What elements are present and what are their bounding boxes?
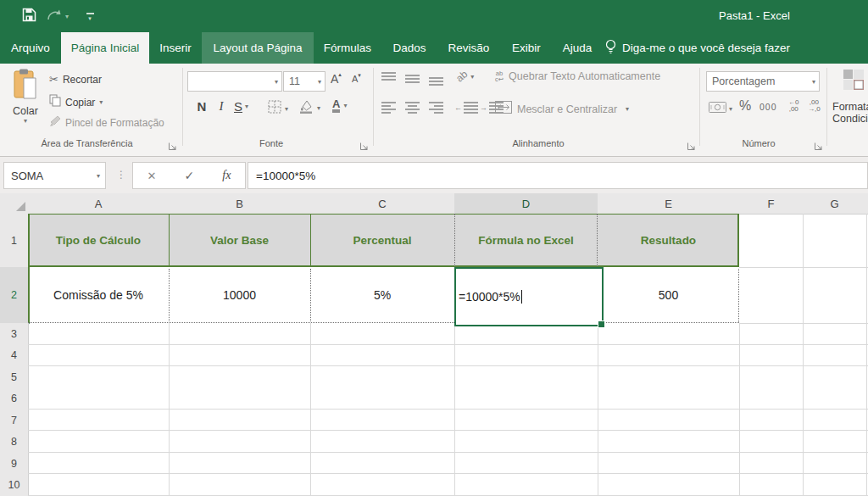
align-right-button[interactable] <box>429 102 443 114</box>
paste-button[interactable]: Colar ▾ <box>5 69 46 137</box>
row-header-1[interactable]: 1 <box>0 214 29 268</box>
redo-button[interactable]: ▾ <box>47 8 68 24</box>
copy-button[interactable]: Copiar ▾ <box>49 94 103 110</box>
shrink-font-icon: A <box>352 74 358 84</box>
cell-e2[interactable]: 500 <box>598 267 739 323</box>
copy-dropdown-icon[interactable]: ▾ <box>99 98 103 106</box>
align-middle-button[interactable] <box>405 75 420 83</box>
row-header-10[interactable]: 10 <box>0 475 29 496</box>
tab-exibir[interactable]: Exibir <box>500 32 553 64</box>
cancel-button[interactable]: ✕ <box>147 170 157 182</box>
active-cell-d2[interactable]: =10000*5% <box>454 267 604 326</box>
font-color-dropdown-icon[interactable]: ▾ <box>343 102 347 109</box>
merge-center-dropdown-icon[interactable]: ▾ <box>626 105 629 113</box>
fill-color-button[interactable]: ▾ <box>298 99 320 117</box>
underline-button[interactable]: S ▾ <box>234 99 248 114</box>
worksheet-grid: A B C D E F G 1 2 3 4 5 6 7 8 9 10 Tipo … <box>0 193 868 496</box>
window-title: Pasta1 - Excel <box>719 9 790 22</box>
align-center-button[interactable] <box>405 102 420 114</box>
underline-dropdown-icon[interactable]: ▾ <box>245 103 248 110</box>
formula-bar-divider-dots[interactable]: ⋮ <box>116 169 126 181</box>
tab-arquivo[interactable]: Arquivo <box>0 32 61 64</box>
wrap-text-button[interactable]: ab c↩ Quebrar Texto Automaticamente <box>495 70 660 82</box>
fill-handle[interactable] <box>598 320 605 328</box>
redo-dropdown-icon[interactable]: ▾ <box>65 13 69 20</box>
tab-layout-da-pagina[interactable]: Layout da Página <box>202 32 314 64</box>
decrease-indent-button[interactable]: ← <box>454 102 478 114</box>
select-all-corner[interactable] <box>0 193 29 215</box>
grow-font-arrow-icon: ▴ <box>338 71 342 78</box>
cell-c1[interactable]: Percentual <box>310 214 454 267</box>
formula-input[interactable]: =10000*5% <box>248 162 868 189</box>
cell-b2[interactable]: 10000 <box>169 267 310 323</box>
accounting-dropdown-icon[interactable]: ▾ <box>729 105 732 113</box>
name-box[interactable]: SOMA ▾ <box>3 162 106 189</box>
row-header-2[interactable]: 2 <box>0 267 30 324</box>
italic-button[interactable]: I <box>214 99 228 114</box>
tellme-box[interactable]: Diga-me o que você deseja fazer <box>605 32 817 64</box>
font-dialog-launcher[interactable] <box>359 139 370 149</box>
paste-dropdown-icon[interactable]: ▾ <box>24 117 27 125</box>
row-header-6[interactable]: 6 <box>0 388 29 411</box>
font-color-button[interactable]: A ▾ <box>332 98 347 113</box>
decrease-decimal-button[interactable]: ,00 →,0 <box>808 99 821 113</box>
borders-button[interactable]: ▾ <box>268 100 288 117</box>
cell-c2[interactable]: 5% <box>310 267 454 323</box>
empty-rows-area[interactable] <box>28 323 868 496</box>
font-size-combo[interactable]: 11 ▾ <box>283 71 326 92</box>
align-bottom-button[interactable] <box>429 77 443 86</box>
orientation-dropdown-icon[interactable]: ▾ <box>470 73 474 81</box>
number-dialog-launcher[interactable] <box>814 139 824 149</box>
column-header-f[interactable]: F <box>739 193 804 215</box>
borders-dropdown-icon[interactable]: ▾ <box>285 105 288 113</box>
shrink-font-button[interactable]: A ▾ <box>352 74 361 84</box>
row-header-5[interactable]: 5 <box>0 366 29 389</box>
percent-style-button[interactable]: % <box>739 98 751 114</box>
name-box-dropdown-icon[interactable]: ▾ <box>97 172 100 180</box>
tab-inserir[interactable]: Inserir <box>149 32 202 64</box>
clipboard-dialog-launcher[interactable] <box>168 139 178 149</box>
tab-pagina-inicial[interactable]: Página Inicial <box>61 32 149 64</box>
format-painter-button[interactable]: Pincel de Formatação <box>49 115 164 131</box>
grow-font-button[interactable]: A ▴ <box>331 72 342 86</box>
qat-customize-button[interactable]: ▾ <box>83 9 97 23</box>
comma-style-button[interactable]: 000 <box>760 102 777 112</box>
align-top-button[interactable] <box>381 72 396 81</box>
orientation-button[interactable]: ab ▾ <box>456 70 474 82</box>
alignment-dialog-launcher[interactable] <box>687 139 697 149</box>
tab-revisao[interactable]: Revisão <box>437 32 500 64</box>
cut-button[interactable]: ✂ Recortar <box>49 73 102 86</box>
font-name-combo[interactable]: ▾ <box>187 71 282 92</box>
column-header-a[interactable]: A <box>28 193 170 215</box>
save-button[interactable] <box>19 7 39 25</box>
tab-ajuda[interactable]: Ajuda <box>553 32 602 64</box>
tab-formulas[interactable]: Fórmulas <box>314 32 381 64</box>
row-header-9[interactable]: 9 <box>0 453 29 476</box>
align-left-button[interactable] <box>381 102 396 114</box>
cell-e1[interactable]: Resultado <box>598 214 739 267</box>
row-header-4[interactable]: 4 <box>0 345 29 368</box>
cell-a2[interactable]: Comissão de 5% <box>28 267 169 323</box>
fill-color-dropdown-icon[interactable]: ▾ <box>317 104 320 112</box>
cell-b1[interactable]: Valor Base <box>169 214 310 267</box>
insert-function-button[interactable]: fx <box>222 169 231 182</box>
cell-d1[interactable]: Fórmula no Excel <box>454 214 598 267</box>
number-format-combo[interactable]: Porcentagem ▾ <box>706 71 820 92</box>
bold-button[interactable]: N <box>193 99 210 114</box>
row-header-3[interactable]: 3 <box>0 323 29 346</box>
row-header-7[interactable]: 7 <box>0 410 29 432</box>
increase-decimal-button[interactable]: ←0 ,00 <box>788 99 798 113</box>
row-header-8[interactable]: 8 <box>0 432 29 454</box>
underline-icon: S <box>234 99 242 114</box>
column-header-e[interactable]: E <box>598 193 740 215</box>
accounting-format-button[interactable]: ▾ <box>709 101 732 117</box>
column-header-g[interactable]: G <box>803 193 867 215</box>
column-header-c[interactable]: C <box>310 193 455 215</box>
column-header-b[interactable]: B <box>169 193 311 215</box>
enter-button[interactable]: ✓ <box>185 169 195 182</box>
conditional-formatting-button[interactable]: Formatação Condicional <box>832 69 868 140</box>
cell-a1[interactable]: Tipo de Cálculo <box>28 214 169 267</box>
merge-center-button[interactable]: Mesclar e Centralizar ▾ <box>495 101 629 117</box>
column-header-d[interactable]: D <box>454 193 598 215</box>
tab-dados[interactable]: Dados <box>381 32 437 64</box>
